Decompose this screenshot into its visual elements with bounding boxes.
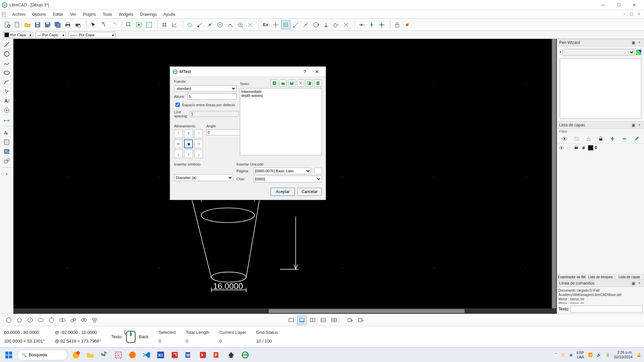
align-mc[interactable]: ▣ [184, 139, 193, 148]
linetype-select[interactable]: ——Por Capa▾ [68, 32, 115, 38]
close-button[interactable]: ✕ [627, 0, 642, 10]
view-5[interactable] [329, 315, 339, 325]
align-ml[interactable]: ⊢ [174, 139, 183, 148]
tool-arc[interactable] [2, 78, 11, 86]
panel-float-button[interactable]: ▣ [631, 40, 636, 45]
lock-off-icon[interactable] [566, 145, 572, 151]
save-as-button[interactable] [43, 20, 52, 29]
tool-block[interactable] [2, 157, 11, 165]
restrict-vert-button[interactable] [367, 20, 376, 29]
snap-center-button[interactable] [215, 20, 225, 29]
tray-wifi-icon[interactable]: 📶 [588, 353, 593, 357]
hash-icon[interactable]: # [581, 145, 587, 151]
color-select[interactable]: Por Capa▾ [3, 32, 33, 38]
crosshair-button[interactable] [271, 20, 280, 29]
print-button[interactable] [63, 20, 72, 29]
poly-7[interactable] [68, 315, 78, 325]
save-button[interactable] [33, 20, 42, 29]
tool-dimension[interactable] [2, 115, 11, 124]
panel-close-button[interactable]: × [637, 40, 642, 45]
layer-edit-button[interactable] [631, 135, 643, 143]
print-preview-button[interactable] [73, 20, 83, 29]
menu-drawings[interactable]: Drawings [137, 11, 160, 18]
panel-close-button-2[interactable]: × [637, 122, 642, 128]
align-bl[interactable]: ⌞ [174, 149, 183, 158]
new-button[interactable] [3, 20, 12, 29]
view-3[interactable] [308, 315, 317, 325]
taskbar-powerpoint[interactable]: P [211, 349, 223, 361]
tray-notifications-icon[interactable]: 🔔 [637, 353, 641, 357]
view-add[interactable] [345, 315, 355, 325]
menu-archivo[interactable]: Archivo [9, 11, 29, 18]
diameter-select[interactable]: Diameter (ø) [174, 174, 233, 181]
zoom-extents-button[interactable] [144, 20, 154, 29]
snap-midpoint-button[interactable] [205, 20, 215, 29]
tt-save[interactable] [288, 79, 296, 87]
menu-ver[interactable]: Ver [67, 11, 79, 18]
tt-clear[interactable] [271, 79, 278, 87]
tool-circle[interactable] [2, 50, 11, 58]
view-4[interactable] [319, 315, 328, 325]
poly-1[interactable] [4, 315, 13, 325]
canvas-scrollbar-vertical[interactable] [551, 39, 557, 308]
snap-endpoint-button[interactable] [195, 20, 205, 29]
taskbar-app-red[interactable] [169, 349, 180, 361]
align-tr[interactable]: ⌝ [194, 129, 203, 138]
taskbar-librecad[interactable] [239, 349, 251, 361]
set-relative-button[interactable] [402, 20, 412, 29]
taskbar-inkscape[interactable] [225, 349, 237, 361]
tray-lang1[interactable]: ESP [577, 351, 584, 355]
select-button[interactable] [89, 20, 98, 29]
text-area[interactable]: Intermediate depth waves| [240, 88, 322, 155]
tt-paste[interactable] [314, 79, 322, 87]
view-2[interactable] [297, 315, 307, 325]
layer-hide-all[interactable] [571, 135, 583, 143]
panel-float-button-2[interactable]: ▣ [631, 122, 636, 128]
taskbar-search[interactable]: 🔍 Búsqueda [17, 350, 68, 360]
altura-input[interactable] [187, 94, 236, 100]
layer-add-button[interactable] [606, 135, 619, 143]
command-input[interactable] [571, 306, 643, 312]
tray-chevron-icon[interactable]: ˄ [555, 353, 557, 357]
tray-time[interactable]: 2:26 p.m. [614, 350, 633, 355]
align-mr[interactable]: ⊣ [194, 139, 203, 148]
poly-6[interactable] [58, 315, 67, 325]
eye-icon[interactable] [558, 145, 565, 151]
menu-editar[interactable]: Editar [49, 11, 66, 18]
snap-free-button[interactable] [185, 20, 195, 29]
espacio-checkbox[interactable] [175, 103, 180, 107]
tool-mtext[interactable]: AI [2, 128, 11, 137]
layer-unlock-button[interactable] [583, 135, 595, 143]
align-tc[interactable]: ⊤ [184, 129, 193, 138]
poly-9[interactable] [90, 315, 99, 325]
print-icon[interactable] [573, 145, 579, 151]
panel-float-button-3[interactable]: ▣ [631, 281, 636, 286]
pagina-select[interactable]: [0000-007F] Basic Latin [253, 168, 311, 174]
restrict-ortho-button[interactable] [377, 20, 386, 29]
axis-button[interactable] [170, 20, 179, 29]
tab-library[interactable]: Examinador de Biblioteca [557, 275, 586, 280]
start-button[interactable] [3, 349, 15, 361]
tt-cut[interactable] [297, 79, 304, 87]
tray-date[interactable]: 02/10/2024 [614, 355, 633, 359]
zoom-region-button[interactable] [124, 20, 133, 29]
grid-toggle-button[interactable] [160, 20, 169, 29]
snap-grid-dots-button[interactable] [281, 20, 290, 29]
align-br[interactable]: ⌟ [194, 149, 203, 158]
undo-button[interactable] [99, 20, 108, 29]
redo-button[interactable] [109, 20, 118, 29]
menu-tools[interactable]: Tools [99, 11, 115, 18]
width-select[interactable]: —Por Capa▾ [36, 32, 66, 38]
taskbar-app-orange[interactable] [127, 349, 138, 361]
tray-battery-icon[interactable]: 🔋 [605, 353, 610, 357]
taskbar-copilot[interactable]: 1 [70, 349, 82, 361]
snap-end-2-button[interactable] [291, 20, 301, 29]
snap-on-entity-button[interactable] [235, 20, 245, 29]
align-tl[interactable]: ⌜ [174, 129, 183, 138]
layer-show-all[interactable] [558, 135, 571, 143]
restrict-none-button[interactable] [357, 20, 366, 29]
tt-copy[interactable] [306, 79, 313, 87]
snap-grid-button[interactable] [246, 20, 255, 29]
linespacing-input[interactable] [190, 111, 239, 117]
pw-color-swatch[interactable] [636, 50, 641, 55]
